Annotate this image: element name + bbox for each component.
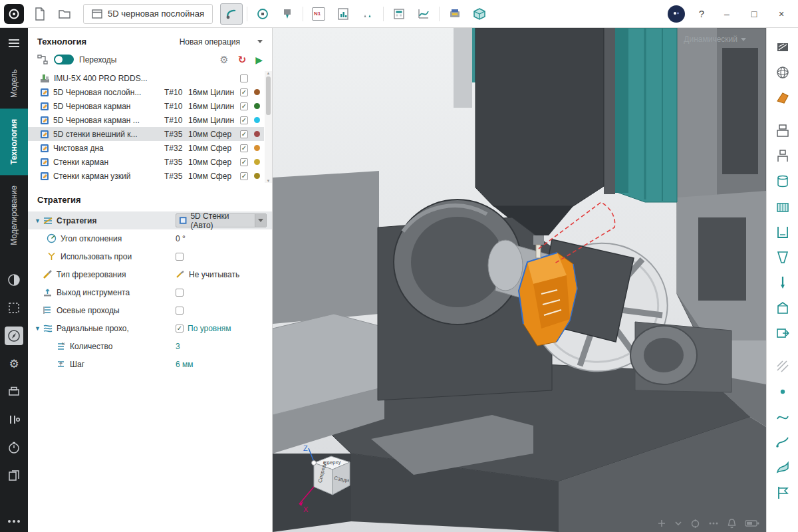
operation-row[interactable]: 5D Черновая карман T#10 16мм Цилин (28, 99, 264, 113)
sphere-icon[interactable] (5, 271, 23, 289)
account-icon[interactable] (668, 5, 685, 23)
scroll-up-icon[interactable]: ▲ (267, 71, 271, 75)
run-simulation-icon[interactable]: ▶ (255, 55, 263, 65)
3d-viewport[interactable]: Динамический Z Сверху Спереди Сзади X (273, 28, 766, 532)
bell-icon[interactable] (727, 518, 737, 529)
by-levels-checkbox[interactable] (176, 325, 184, 332)
strategy-main-row[interactable]: ▼ Стратегия 5D Стенки (Авто) (28, 211, 272, 229)
nc-program-button[interactable]: N1 (307, 3, 330, 25)
pages-icon[interactable] (5, 466, 23, 485)
param-row-deviation-angle[interactable]: Угол отклонения 0 ° (28, 229, 272, 247)
operation-settings-icon[interactable]: ⚙ (219, 55, 228, 65)
machine-checkbox[interactable] (240, 74, 248, 82)
target-icon[interactable] (690, 519, 700, 529)
scroll-down-icon[interactable]: ▼ (267, 179, 271, 183)
param-row-step[interactable]: Шаг 6 мм (28, 355, 272, 373)
spline-icon[interactable] (771, 406, 795, 428)
operation-color-dot[interactable] (254, 131, 260, 137)
operation-row[interactable]: Чистовая дна T#32 10мм Сфер (28, 141, 264, 155)
op-face-icon[interactable] (771, 120, 795, 142)
scrollbar-thumb[interactable] (266, 76, 271, 115)
operation-color-dot[interactable] (254, 145, 260, 151)
mesh-sphere-icon[interactable] (771, 61, 795, 84)
graph-curve-button[interactable] (412, 3, 435, 25)
open-folder-button[interactable] (53, 3, 76, 25)
recalculate-icon[interactable]: ↻ (238, 55, 247, 65)
operation-color-dot[interactable] (254, 103, 260, 109)
op-wall-icon[interactable] (771, 221, 795, 243)
op-rough-icon[interactable] (771, 145, 795, 168)
operation-checkbox[interactable] (240, 116, 248, 124)
operation-row[interactable]: Стенки карман узкий T#35 10мм Сфер (28, 169, 264, 183)
more-options-icon[interactable] (8, 520, 20, 523)
operation-checkbox[interactable] (240, 102, 248, 110)
operation-checkbox[interactable] (240, 130, 248, 138)
dropdown-caret[interactable] (255, 214, 266, 227)
param-checkbox[interactable] (176, 253, 184, 261)
operation-checkbox[interactable] (240, 172, 248, 180)
op-drill-icon[interactable] (771, 271, 795, 294)
new-document-button[interactable] (29, 3, 51, 25)
param-value[interactable]: 3 (176, 342, 180, 351)
simulation-tool-button[interactable] (220, 3, 243, 25)
spindle-head-button[interactable] (276, 3, 299, 25)
operation-color-dot[interactable] (254, 117, 260, 123)
operation-row[interactable]: Стенки карман T#35 10мм Сфер (28, 155, 264, 169)
param-row-tool-exit[interactable]: Выход инструмента (28, 283, 272, 301)
view-cube[interactable]: Z Сверху Спереди Сзади X (290, 442, 359, 516)
postprocessor-button[interactable] (444, 3, 466, 25)
param-row-radial-passes[interactable]: ▼ Радиальные прохо, По уровням (28, 319, 272, 337)
strategy-select[interactable]: 5D Стенки (Авто) (176, 213, 267, 227)
op-funnel-icon[interactable] (771, 246, 795, 269)
operation-color-dot[interactable] (254, 89, 260, 95)
timer-icon[interactable] (5, 438, 23, 457)
param-checkbox[interactable] (176, 289, 184, 297)
operation-checkbox[interactable] (240, 88, 248, 96)
more-icon[interactable] (708, 521, 719, 525)
tab-modeling[interactable]: Моделирование (0, 175, 28, 256)
zoom-in-icon[interactable] (657, 519, 666, 528)
help-button[interactable]: ? (691, 3, 712, 25)
chevron-down-icon[interactable] (674, 521, 682, 526)
param-value[interactable]: Не учитывать (189, 270, 239, 279)
operation-checkbox[interactable] (240, 158, 248, 166)
flag-icon[interactable] (771, 481, 795, 504)
transitions-toggle[interactable] (54, 55, 74, 65)
op-pocket-icon[interactable] (771, 196, 795, 218)
compass-icon[interactable] (5, 327, 23, 345)
operation-color-dot[interactable] (254, 159, 260, 165)
param-value[interactable]: 6 мм (176, 360, 194, 369)
report-chart-button[interactable] (332, 3, 354, 25)
calculator-panel-button[interactable] (388, 3, 410, 25)
param-row-axial-passes[interactable]: Осевые проходы (28, 301, 272, 319)
param-value[interactable]: По уровням (188, 324, 231, 333)
collapse-icon[interactable]: ▼ (35, 325, 43, 332)
machine-3d-button[interactable] (468, 3, 491, 25)
param-checkbox[interactable] (176, 307, 184, 315)
op-export-icon[interactable] (771, 322, 795, 344)
tree-scrollbar[interactable]: ▲ ▼ (265, 71, 272, 183)
collapse-icon[interactable]: ▼ (35, 217, 43, 224)
tab-model[interactable]: Модель (0, 59, 28, 108)
tab-technology[interactable]: Технология (0, 108, 28, 175)
minimize-button[interactable]: – (714, 3, 739, 25)
param-value[interactable]: 0 ° (176, 234, 186, 243)
gear-icon[interactable]: ⚙ (5, 354, 23, 373)
battery-icon[interactable] (745, 519, 759, 527)
point-icon[interactable] (771, 380, 795, 403)
op-chamfer-icon[interactable] (771, 297, 795, 319)
operation-row[interactable]: 5D Черновая карман ... T#10 16мм Цилин (28, 113, 264, 127)
surface-orange-icon[interactable] (771, 86, 795, 109)
patch-select-icon[interactable] (771, 36, 795, 59)
param-row-count[interactable]: N Количество 3 (28, 337, 272, 355)
param-row-milling-type[interactable]: Тип фрезерования Не учитывать (28, 265, 272, 283)
tool-library-button[interactable] (356, 3, 379, 25)
param-row-use-prev[interactable]: Использовать прои (28, 247, 272, 265)
close-button[interactable]: × (769, 3, 794, 25)
plotter-icon[interactable] (5, 382, 23, 401)
op-waterline-icon[interactable] (771, 170, 795, 193)
main-menu-icon[interactable] (0, 33, 28, 53)
surface-flag-icon[interactable] (771, 456, 795, 479)
maximize-button[interactable]: □ (741, 3, 767, 25)
operation-checkbox[interactable] (240, 144, 248, 152)
